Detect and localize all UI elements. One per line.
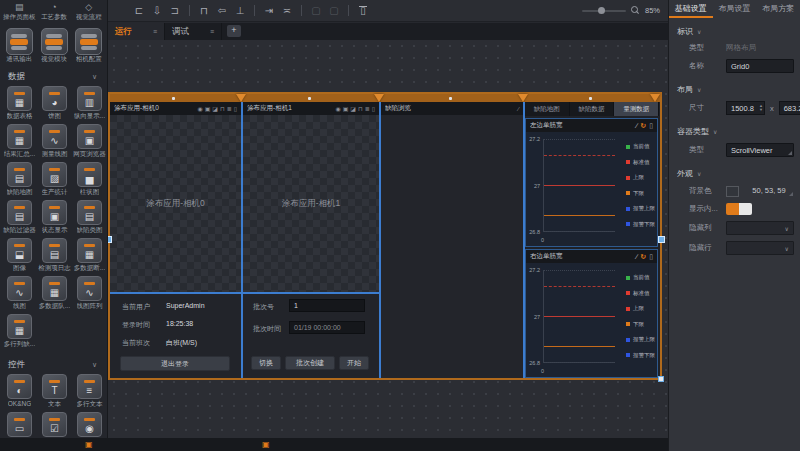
spinner-arrows[interactable]: ▲▼ xyxy=(759,102,763,114)
batch-time-input[interactable]: 01/19 00:00:00 xyxy=(289,321,365,334)
palette-item[interactable]: ▣ 网页浏览器 xyxy=(72,124,107,159)
selected-grid[interactable]: 涂布应用-相机0 ◉▣◪⊓≣▯ 涂布应用-相机0 当前用户 SuperAdmin… xyxy=(108,92,662,380)
start-button[interactable]: 开始 xyxy=(339,356,369,370)
section-header-data[interactable]: 数据 ∨ xyxy=(0,64,107,86)
quick-item[interactable]: 视觉模块 xyxy=(37,24,72,64)
batch-no-input[interactable]: 1 xyxy=(289,299,365,312)
align-center-h-icon[interactable]: ⇦ xyxy=(213,3,231,19)
delete-icon[interactable]: ▯ xyxy=(234,105,237,112)
panel-defect-browser[interactable]: 缺陷浏览 ∕ xyxy=(381,102,523,378)
column-marker[interactable] xyxy=(374,94,384,102)
column-divider[interactable] xyxy=(523,102,525,378)
delete-icon[interactable]: ▯ xyxy=(649,253,653,261)
lock-icon[interactable]: ⊓ xyxy=(220,105,225,112)
tab-debug[interactable]: 调试 ≡ xyxy=(165,23,222,40)
width-spinner[interactable]: 1500.8▲▼ xyxy=(726,101,765,115)
properties-tab[interactable]: 布局设置 xyxy=(713,0,757,18)
toolbar-icon[interactable] xyxy=(301,5,302,16)
chart-tab[interactable]: 缺陷地图 xyxy=(525,102,570,116)
properties-tab[interactable]: 布局方案 xyxy=(756,0,800,18)
hide-columns-dropdown[interactable]: ∨ xyxy=(726,221,794,235)
chart-tab[interactable]: 量测数据 xyxy=(614,102,659,116)
height-spinner[interactable]: 683.2▲▼ xyxy=(779,101,800,115)
quick-item[interactable]: 相机配置 xyxy=(71,24,106,64)
column-divider[interactable] xyxy=(241,102,243,378)
quick-item[interactable]: 通讯输出 xyxy=(2,24,37,64)
batch-create-button[interactable]: 批次创建 xyxy=(285,356,335,370)
chart-left-width[interactable]: 左边单筋宽 ∕ ↻ ▯ 27.22726.8 0 xyxy=(525,118,658,247)
column-marker[interactable] xyxy=(650,94,660,102)
hide-rows-dropdown[interactable]: ∨ xyxy=(726,241,794,255)
add-tab-button[interactable]: + xyxy=(227,25,241,37)
style-icon[interactable]: ◪ xyxy=(212,105,218,112)
distribute-h-icon[interactable]: ⇥ xyxy=(260,3,278,19)
palette-item[interactable]: ◉ 选中按钮 xyxy=(72,412,107,438)
column-marker[interactable] xyxy=(518,94,528,102)
column-marker[interactable] xyxy=(236,94,246,102)
edit-icon[interactable]: ∕ xyxy=(636,253,637,261)
section-appearance[interactable]: 外观 ∨ xyxy=(669,160,800,182)
panel-camera1[interactable]: 涂布应用-相机1 ◉▣◪⊓≣▯ 涂布应用-相机1 批次号 1 批次时间 xyxy=(243,102,379,378)
palette-item[interactable]: ▨ 生产统计 xyxy=(37,162,72,197)
ungroup-icon[interactable]: ▢ xyxy=(325,3,343,19)
palette-item[interactable]: ▅ 柱状图 xyxy=(72,162,107,197)
palette-item[interactable]: ▤ 检测项日志 xyxy=(37,238,72,273)
palette-item[interactable]: T 文本 xyxy=(37,374,72,409)
preview-icon[interactable]: ▣ xyxy=(343,105,349,112)
palette-item[interactable]: ≡ 多行文本 xyxy=(72,374,107,409)
lock-icon[interactable]: ⊓ xyxy=(358,105,363,112)
zoom-slider-handle[interactable] xyxy=(598,7,605,14)
edit-icon[interactable]: ∕ xyxy=(636,122,637,130)
palette-item[interactable]: ▦ 数据表格 xyxy=(2,86,37,121)
refresh-icon[interactable]: ↻ xyxy=(640,122,646,130)
eye-icon[interactable]: ◉ xyxy=(335,105,340,112)
palette-item[interactable]: ▦ 多行列缺... xyxy=(2,314,37,349)
palette-item[interactable]: ▦ 结果汇总... xyxy=(2,124,37,159)
chart-tab[interactable]: 缺陷数据 xyxy=(570,102,615,116)
quick-item[interactable]: ▤ 操作员面板 xyxy=(2,2,37,22)
style-icon[interactable]: ◪ xyxy=(350,105,356,112)
palette-item[interactable]: ▤ 缺陷过滤器 xyxy=(2,200,37,235)
distribute-v-icon[interactable]: ≍ xyxy=(278,3,296,19)
color-swatch[interactable] xyxy=(726,186,739,197)
align-middle-v-icon[interactable]: ⊥ xyxy=(231,3,249,19)
status-icon-2[interactable]: ▣ xyxy=(262,440,270,449)
palette-item[interactable]: ◐ OK&NG xyxy=(2,374,37,409)
palette-item[interactable]: ◕ 饼图 xyxy=(37,86,72,121)
display-content-toggle[interactable] xyxy=(726,203,752,215)
quick-item[interactable]: ◇ 视觉流程 xyxy=(71,2,106,22)
grid-column-ruler[interactable] xyxy=(110,94,660,102)
tab-run[interactable]: 运行 ≡ xyxy=(108,23,165,40)
section-layout[interactable]: 布局 ∨ xyxy=(669,76,800,98)
section-identity[interactable]: 标识 ∨ xyxy=(669,18,800,40)
palette-item[interactable]: ∿ 测量线图 xyxy=(37,124,72,159)
palette-item[interactable]: ▣ 状态显示 xyxy=(37,200,72,235)
preview-icon[interactable]: ▣ xyxy=(205,105,211,112)
logout-button[interactable]: 退出登录 xyxy=(120,356,230,371)
palette-item[interactable]: ▤ 缺陷类图 xyxy=(72,200,107,235)
palette-item[interactable]: ▤ 缺陷地图 xyxy=(2,162,37,197)
list-icon[interactable]: ≣ xyxy=(365,105,370,112)
resize-handle-corner[interactable] xyxy=(658,376,664,382)
section-header-controls[interactable]: 控件 ∨ xyxy=(0,352,107,374)
list-icon[interactable]: ≣ xyxy=(227,105,232,112)
eye-icon[interactable]: ◉ xyxy=(197,105,202,112)
group-icon[interactable]: ▢ xyxy=(307,3,325,19)
status-icon-1[interactable]: ▣ xyxy=(85,440,93,449)
align-left-icon[interactable]: ⊏ xyxy=(130,3,148,19)
palette-item[interactable]: ⬓ 图像 xyxy=(2,238,37,273)
row-divider[interactable] xyxy=(110,292,381,294)
delete-icon[interactable]: ▯ xyxy=(649,122,653,130)
edit-icon[interactable]: ∕ xyxy=(518,106,519,112)
toolbar-icon[interactable] xyxy=(254,5,255,16)
delete-icon[interactable]: ▯ xyxy=(372,105,375,112)
zoom-slider[interactable] xyxy=(582,10,626,12)
palette-item[interactable]: ▥ 纵向显示... xyxy=(72,86,107,121)
palette-item[interactable]: ☑ 复选框 xyxy=(37,412,72,438)
resize-handle-right[interactable] xyxy=(658,236,665,243)
properties-tab[interactable]: 基础设置 xyxy=(669,0,713,18)
align-bottom-icon[interactable]: ⇩ xyxy=(148,3,166,19)
menu-icon[interactable]: ≡ xyxy=(210,28,214,35)
chart-right-width[interactable]: 右边单筋宽 ∕ ↻ ▯ 27.22726.8 0 xyxy=(525,249,658,378)
delete-icon[interactable]: ▯ xyxy=(354,3,372,19)
